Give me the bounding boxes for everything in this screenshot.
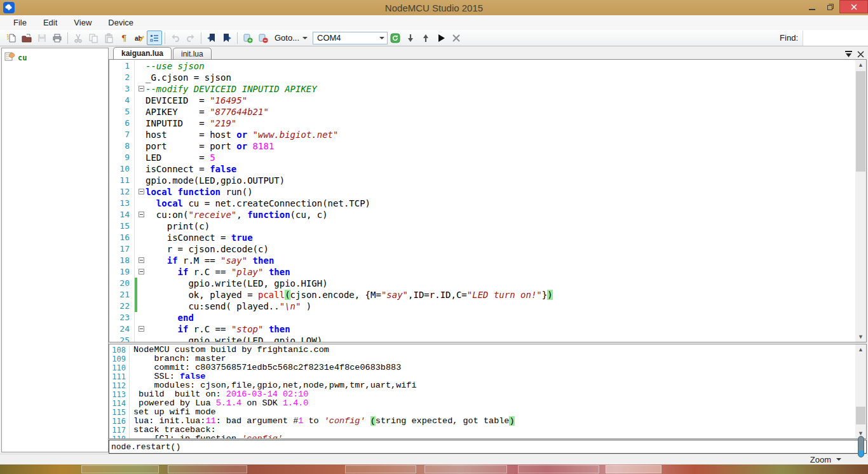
open-file-icon[interactable] xyxy=(19,30,34,45)
code-line[interactable]: 9LED = 5 xyxy=(109,152,855,163)
code-line[interactable]: 18 if r.M == "say" then xyxy=(109,255,855,266)
fold-collapse-icon[interactable] xyxy=(139,269,144,274)
taskbar-button[interactable] xyxy=(518,465,599,473)
tab-kaiguan.lua[interactable]: kaiguan.lua xyxy=(113,47,172,59)
paste-icon[interactable] xyxy=(101,30,116,45)
console-line: 113 build built on: 2016-03-14 02:10 xyxy=(109,390,855,399)
taskbar-button[interactable] xyxy=(424,465,507,473)
remove-file-icon[interactable] xyxy=(255,30,271,45)
code-line[interactable]: 8port = port or 8181 xyxy=(109,140,855,152)
fold-collapse-icon[interactable] xyxy=(139,189,144,194)
toolbar: ¶abGoto...COM4 Find: xyxy=(0,30,868,46)
code-line[interactable]: 4DEVICEID = "16495" xyxy=(109,95,855,106)
bookmark-next-icon[interactable] xyxy=(219,30,234,45)
code-line[interactable]: 19 if r.C == "play" then xyxy=(109,266,855,278)
console-line: 118 [C]: in function 'config' xyxy=(109,435,855,439)
menu-file[interactable]: File xyxy=(5,16,35,29)
console-scroll-thumb[interactable] xyxy=(856,407,865,424)
refresh-ports-icon[interactable] xyxy=(388,30,403,45)
code-line[interactable]: 3--modify DEVICEID INPUTID APIKEY xyxy=(109,83,855,95)
taskbar-button[interactable] xyxy=(345,465,416,473)
close-button[interactable] xyxy=(839,0,868,13)
code-line[interactable]: 1--use sjson xyxy=(109,60,855,72)
download-icon[interactable] xyxy=(403,30,418,45)
scroll-up-icon[interactable]: ▲ xyxy=(855,344,866,355)
taskbar-button[interactable] xyxy=(81,465,159,473)
show-paragraph-icon[interactable]: ¶ xyxy=(116,30,132,45)
run-icon[interactable] xyxy=(433,30,449,45)
menu-view[interactable]: View xyxy=(65,16,100,29)
zoom-slider-handle[interactable] xyxy=(858,436,864,457)
code-line[interactable]: 20 gpio.write(LED, gpio.HIGH) xyxy=(109,278,855,289)
console-scrollbar[interactable]: ▲ ▼ xyxy=(855,344,866,438)
new-file-icon[interactable] xyxy=(4,30,19,45)
console-panel[interactable]: 108NodeMCU custom build by frightanic.co… xyxy=(109,344,867,439)
find-replace-icon[interactable]: ab xyxy=(132,30,147,45)
code-line[interactable]: 14 cu:on("receive", function(cu, c) xyxy=(109,209,855,220)
code-line[interactable]: 11gpio.mode(LED,gpio.OUTPUT) xyxy=(109,175,855,186)
code-line[interactable]: 7host = host or "www.bigiot.net" xyxy=(109,129,855,140)
print-icon[interactable] xyxy=(50,30,65,45)
com-port-combobox[interactable]: COM4 xyxy=(313,32,388,44)
code-line[interactable]: 6INPUTID = "219" xyxy=(109,118,855,129)
upload-icon[interactable] xyxy=(418,30,433,45)
line-number: 23 xyxy=(109,312,135,323)
zoom-control[interactable]: Zoom xyxy=(810,455,841,464)
save-file-icon[interactable] xyxy=(34,30,50,45)
statusbar: Zoom xyxy=(0,454,868,464)
code-line[interactable]: 2_G.cjson = sjson xyxy=(109,72,855,83)
code-line[interactable]: 16 isConnect = true xyxy=(109,232,855,243)
tab-init.lua[interactable]: init.lua xyxy=(173,48,212,59)
editor-scroll-thumb[interactable] xyxy=(856,71,865,172)
console-line: 109 branch: master xyxy=(109,355,855,363)
fold-margin xyxy=(137,255,146,266)
tree-item-cu[interactable]: cu xyxy=(4,51,105,64)
fold-collapse-icon[interactable] xyxy=(139,212,144,217)
code-editor[interactable]: 1--use sjson2_G.cjson = sjson3--modify D… xyxy=(109,59,867,342)
chevron-down-icon xyxy=(302,37,308,39)
function-list-icon[interactable] xyxy=(147,30,162,45)
command-input[interactable] xyxy=(109,440,867,454)
find-input[interactable] xyxy=(803,30,868,46)
stop-icon[interactable] xyxy=(449,30,464,45)
fold-collapse-icon[interactable] xyxy=(139,86,144,91)
line-number: 2 xyxy=(109,72,135,83)
fold-collapse-icon[interactable] xyxy=(139,326,144,332)
fold-margin xyxy=(137,335,146,342)
code-text: INPUTID = "219" xyxy=(146,118,236,129)
bookmark-prev-icon[interactable] xyxy=(204,30,219,45)
line-number: 25 xyxy=(109,335,135,342)
goto-dropdown[interactable]: Goto... xyxy=(271,32,311,44)
editor-scrollbar[interactable]: ▲ ▼ xyxy=(855,60,866,342)
code-line[interactable]: 22 cu:send( played.."\n" ) xyxy=(109,301,855,312)
menu-edit[interactable]: Edit xyxy=(35,16,65,29)
code-line[interactable]: 13 local cu = net.createConnection(net.T… xyxy=(109,198,855,209)
menu-device[interactable]: Device xyxy=(100,16,142,29)
code-text: host = host or "www.bigiot.net" xyxy=(146,129,338,140)
fold-collapse-icon[interactable] xyxy=(139,257,144,263)
cut-icon[interactable] xyxy=(71,30,86,45)
line-number: 5 xyxy=(109,106,135,118)
code-text: if r.M == "say" then xyxy=(146,255,274,266)
code-line[interactable]: 10isConnect = false xyxy=(109,163,855,175)
code-line[interactable]: 5APIKEY = "877644b21" xyxy=(109,106,855,118)
code-line[interactable]: 24 if r.C == "stop" then xyxy=(109,323,855,335)
scroll-down-icon[interactable]: ▼ xyxy=(855,332,866,342)
code-line[interactable]: 15 print(c) xyxy=(109,220,855,232)
code-line[interactable]: 25 gpio.write(LED, gpio.LOW) xyxy=(109,335,855,342)
code-line[interactable]: 17 r = cjson.decode(c) xyxy=(109,243,855,255)
code-line[interactable]: 23 end xyxy=(109,312,855,323)
taskbar-button[interactable] xyxy=(168,465,247,473)
copy-icon[interactable] xyxy=(86,30,101,45)
taskbar-button-active[interactable] xyxy=(606,465,661,473)
restore-button[interactable] xyxy=(821,0,839,13)
minimize-button[interactable] xyxy=(803,0,821,13)
code-line[interactable]: 12local function run() xyxy=(109,186,855,198)
redo-icon[interactable] xyxy=(183,30,198,45)
undo-icon[interactable] xyxy=(168,30,183,45)
line-number: 14 xyxy=(109,209,135,220)
code-text: cu:on("receive", function(cu, c) xyxy=(146,209,328,220)
scroll-up-icon[interactable]: ▲ xyxy=(855,60,866,70)
code-line[interactable]: 21 ok, played = pcall(cjson.encode, {M="… xyxy=(109,289,855,301)
add-file-icon[interactable] xyxy=(240,30,255,45)
